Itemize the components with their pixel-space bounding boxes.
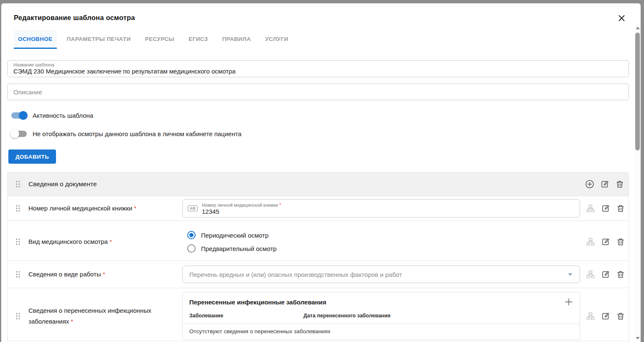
field-label: Номер личной медицинской книжки* — [28, 203, 182, 214]
delete-field-icon[interactable] — [616, 237, 625, 246]
hierarchy-icon[interactable] — [586, 312, 595, 321]
close-icon — [619, 15, 625, 21]
scrollbar-thumb[interactable] — [635, 33, 640, 150]
column-header: Заболевание — [189, 313, 303, 319]
field-label: Вид медицинского осмотра* — [28, 236, 182, 247]
add-button[interactable]: ДОБАВИТЬ — [8, 149, 56, 164]
radio-preliminary[interactable]: Предварительный осмотр — [187, 243, 580, 253]
scroll-up-arrow[interactable] — [634, 25, 641, 31]
diseases-table-header: Перенесенные инфекционные заболевания — [183, 292, 580, 309]
tab-print-params[interactable]: ПАРАМЕТРЫ ПЕЧАТИ — [63, 30, 135, 49]
document-section-card: Сведения о документе — [7, 172, 629, 342]
field-row-work-type: Сведения о виде работы* Перечень вредных… — [8, 261, 629, 288]
delete-field-icon[interactable] — [616, 270, 625, 279]
template-name-label: Название шаблона — [13, 62, 623, 68]
modal-content: Название шаблона Активность шаблона Не о… — [1, 49, 641, 342]
toggle-knob — [10, 129, 19, 138]
section-actions — [579, 180, 629, 189]
toggle-row-hide-exams: Не отображать осмотры данного шаблона в … — [11, 129, 629, 139]
hierarchy-icon[interactable] — [586, 237, 595, 246]
description-field[interactable] — [7, 84, 629, 100]
row-actions — [580, 204, 629, 213]
field-row-exam-type: Вид медицинского осмотра* Периодический … — [8, 220, 629, 261]
delete-field-icon[interactable] — [616, 204, 625, 213]
field-label: Сведения о виде работы* — [28, 269, 182, 280]
template-name-input[interactable] — [13, 68, 623, 75]
field-row-med-book: Номер личной медицинской книжки* AB Номе… — [8, 196, 629, 220]
exam-type-radio-group: Периодический осмотр Предварительный осм… — [182, 221, 580, 263]
edit-field-icon[interactable] — [601, 270, 610, 279]
row-actions — [580, 237, 629, 246]
add-field-icon[interactable] — [585, 180, 594, 189]
scroll-down-arrow[interactable] — [634, 335, 641, 341]
field-label: Сведения о перенесенных инфекционных заб… — [28, 305, 182, 327]
toggle-knob — [19, 111, 28, 120]
diseases-table-columns: Заболевание Дата перенесенного заболеван… — [183, 309, 580, 324]
hierarchy-icon[interactable] — [586, 270, 595, 279]
edit-field-icon[interactable] — [601, 237, 610, 246]
section-title: Сведения о документе — [28, 180, 579, 188]
vertical-scrollbar[interactable] — [634, 24, 641, 342]
select-placeholder: Перечень вредных и (или) опасных произво… — [189, 271, 568, 278]
tab-main[interactable]: ОСНОВНОЕ — [14, 30, 57, 49]
toggle-row-active: Активность шаблона — [11, 110, 629, 120]
work-type-select[interactable]: Перечень вредных и (или) опасных произво… — [182, 266, 580, 283]
med-book-number-field[interactable]: AB Номер личной медицинской книжки* — [182, 199, 580, 218]
add-disease-icon[interactable] — [565, 298, 573, 306]
drag-handle-icon[interactable] — [15, 205, 21, 212]
template-active-label: Активность шаблона — [33, 112, 93, 119]
med-book-inner-label: Номер личной медицинской книжки* — [202, 203, 575, 208]
radio-unselected-icon — [187, 244, 196, 253]
hide-exams-toggle[interactable] — [11, 131, 27, 137]
column-header: Дата перенесенного заболевания — [303, 313, 573, 319]
drag-handle-icon[interactable] — [15, 180, 21, 188]
description-input[interactable] — [13, 89, 623, 96]
tab-bar: ОСНОВНОЕ ПАРАМЕТРЫ ПЕЧАТИ РЕСУРСЫ ЕГИСЗ … — [14, 30, 641, 49]
close-button[interactable] — [617, 14, 626, 22]
hierarchy-icon[interactable] — [586, 204, 595, 213]
template-name-field[interactable]: Название шаблона — [7, 60, 629, 77]
tab-egisz[interactable]: ЕГИСЗ — [184, 30, 212, 49]
tab-resources[interactable]: РЕСУРСЫ — [141, 30, 178, 49]
modal-header: Редактирование шаблона осмотра — [1, 3, 641, 22]
edit-section-icon[interactable] — [600, 180, 609, 189]
diseases-table-title: Перенесенные инфекционные заболевания — [189, 299, 326, 306]
chevron-down-icon — [568, 273, 573, 276]
modal-title: Редактирование шаблона осмотра — [14, 14, 628, 22]
delete-field-icon[interactable] — [616, 312, 625, 321]
field-row-infectious-diseases: Сведения о перенесенных инфекционных заб… — [8, 288, 629, 341]
template-active-toggle[interactable] — [11, 112, 27, 119]
drag-handle-icon[interactable] — [15, 238, 21, 246]
row-actions — [580, 270, 629, 279]
row-actions — [580, 312, 629, 321]
diseases-table: Перенесенные инфекционные заболевания За… — [182, 292, 580, 340]
med-book-number-input[interactable] — [202, 208, 575, 215]
radio-selected-icon — [187, 231, 196, 239]
tab-rules[interactable]: ПРАВИЛА — [218, 30, 255, 49]
diseases-table-empty-text: Отсутствуют сведения о перенесенных забо… — [183, 324, 580, 339]
tab-services[interactable]: УСЛУГИ — [261, 30, 292, 49]
delete-section-icon[interactable] — [615, 180, 624, 189]
hide-exams-label: Не отображать осмотры данного шаблона в … — [33, 130, 242, 137]
edit-field-icon[interactable] — [601, 204, 610, 213]
drag-handle-icon[interactable] — [15, 312, 21, 320]
drag-handle-icon[interactable] — [15, 271, 21, 278]
section-header: Сведения о документе — [8, 172, 629, 196]
edit-field-icon[interactable] — [601, 312, 610, 321]
text-type-icon: AB — [188, 205, 198, 211]
edit-template-modal: Редактирование шаблона осмотра ОСНОВНОЕ … — [1, 3, 641, 342]
radio-periodic[interactable]: Периодический осмотр — [187, 230, 580, 240]
